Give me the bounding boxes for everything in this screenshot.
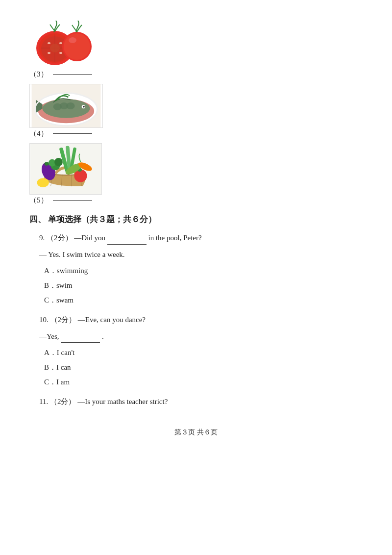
svg-point-9 (48, 52, 50, 54)
q10-option-c: C．I am (39, 376, 363, 388)
q11-text-before: —Is your maths teacher strict? (77, 398, 168, 405)
question-10-line: 10. （2分） —Eve, can you dance? (39, 314, 363, 327)
svg-point-10 (59, 52, 62, 54)
q10-response-after: . (102, 332, 104, 340)
q11-number: 11. (39, 398, 48, 405)
svg-point-6 (50, 44, 60, 52)
svg-point-42 (54, 158, 63, 166)
q10-score: （2分） (50, 316, 76, 324)
q10-number: 10. (39, 316, 49, 324)
vegetables-image (29, 143, 102, 195)
q10-option-b: B．I can (39, 361, 363, 373)
page-content: （3） (29, 15, 363, 437)
q10-text-before: —Eve, can you dance? (78, 316, 146, 324)
question-9-line: 9. （2分） —Did you in the pool, Peter? (39, 232, 363, 245)
label-3: （3） (29, 70, 48, 79)
q10-blank (61, 342, 100, 343)
svg-point-22 (83, 106, 85, 108)
section4-header: 四、 单项选择（共３题；共６分） (29, 214, 363, 225)
q9-response: — Yes. I swim twice a week. (39, 249, 363, 261)
fish-image (29, 84, 103, 128)
q10-response: —Yes, (39, 332, 59, 340)
question-11-line: 11. （2分） —Is your maths teacher strict? (39, 396, 363, 408)
question-10: 10. （2分） —Eve, can you dance? —Yes, . A．… (29, 314, 363, 388)
svg-point-31 (44, 162, 49, 165)
q9-option-a: A．swimming (39, 265, 363, 277)
q9-score: （2分） (47, 234, 73, 242)
label-4: （4） (29, 129, 48, 138)
q11-score: （2分） (50, 398, 76, 405)
footer-text: 第３页 共６页 (174, 429, 218, 436)
q9-blank (107, 244, 147, 245)
q9-number: 9. (39, 234, 45, 242)
svg-point-20 (66, 102, 75, 109)
answer-line-3 (53, 74, 92, 75)
image-item-5: （5） (29, 143, 363, 205)
q9-text-before: —Did you (74, 234, 105, 242)
page-footer: 第３页 共６页 (29, 428, 363, 437)
image-item-3: （3） (29, 15, 363, 79)
q10-response-line: —Yes, . (39, 330, 363, 343)
svg-point-7 (48, 42, 50, 44)
q10-option-a: A．I can't (39, 347, 363, 358)
label-5: （5） (29, 196, 48, 205)
q9-text-after: in the pool, Peter? (148, 234, 202, 242)
answer-line-5 (53, 200, 92, 201)
svg-point-8 (59, 42, 62, 44)
svg-point-13 (69, 37, 76, 43)
svg-point-12 (64, 33, 90, 60)
question-9: 9. （2分） —Did you in the pool, Peter? — Y… (29, 232, 363, 306)
question-11: 11. （2分） —Is your maths teacher strict? (29, 396, 363, 408)
q9-option-b: B．swim (39, 279, 363, 291)
answer-line-4 (53, 133, 92, 134)
q9-option-c: C．swam (39, 294, 363, 306)
tomato-image (29, 15, 93, 69)
svg-point-37 (37, 178, 49, 187)
image-item-4: （4） (29, 84, 363, 138)
